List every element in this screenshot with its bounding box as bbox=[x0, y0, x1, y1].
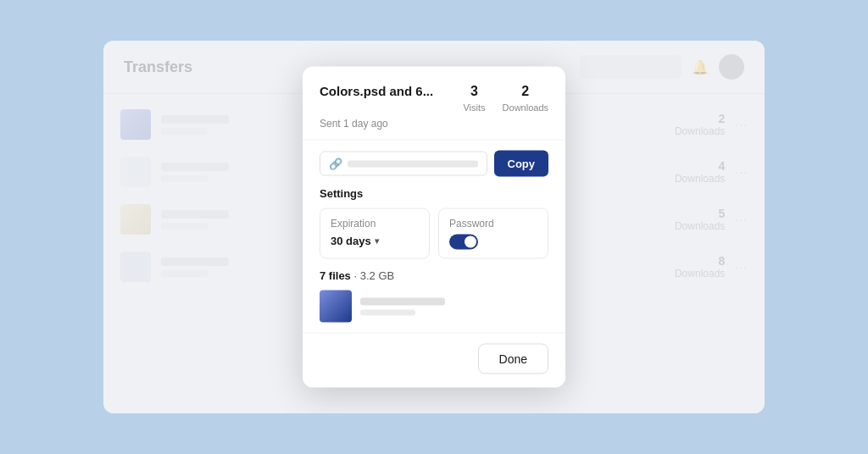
file-name-line bbox=[360, 297, 445, 305]
password-toggle[interactable] bbox=[449, 235, 478, 250]
settings-cards: Expiration 30 days ▾ Password bbox=[320, 208, 548, 259]
done-button[interactable]: Done bbox=[478, 344, 548, 374]
expiration-card[interactable]: Expiration 30 days ▾ bbox=[320, 208, 430, 259]
visits-count: 3 bbox=[463, 84, 485, 99]
chevron-down-icon: ▾ bbox=[375, 236, 379, 246]
modal-header: Colors.psd and 6... 3 Visits 2 Downloads… bbox=[303, 67, 565, 141]
expiration-value[interactable]: 30 days ▾ bbox=[331, 235, 419, 247]
file-item bbox=[320, 291, 548, 323]
files-section: 7 files · 3.2 GB bbox=[303, 269, 565, 333]
toggle-knob bbox=[465, 236, 476, 248]
files-size-separator: · bbox=[353, 269, 359, 282]
sent-time: Sent 1 day ago bbox=[320, 118, 548, 130]
file-size-line bbox=[360, 309, 415, 315]
downloads-count: 2 bbox=[503, 84, 548, 99]
link-input-wrap[interactable]: 🔗 bbox=[320, 152, 487, 176]
background-panel: Transfers 🔔 2 Downloads ··· bbox=[103, 41, 765, 413]
settings-title: Settings bbox=[320, 187, 548, 200]
password-card[interactable]: Password bbox=[438, 208, 548, 259]
modal-dialog: Colors.psd and 6... 3 Visits 2 Downloads… bbox=[303, 67, 565, 388]
password-label: Password bbox=[449, 218, 537, 230]
visits-stat: 3 Visits bbox=[463, 84, 485, 114]
file-info-lines bbox=[360, 297, 548, 315]
files-summary: 7 files · 3.2 GB bbox=[320, 269, 548, 282]
link-icon: 🔗 bbox=[329, 158, 342, 170]
expiration-label: Expiration bbox=[331, 218, 419, 230]
modal-stats: 3 Visits 2 Downloads bbox=[463, 84, 548, 114]
settings-section: Settings Expiration 30 days ▾ Password bbox=[303, 187, 565, 269]
visits-label: Visits bbox=[463, 102, 485, 113]
copy-button[interactable]: Copy bbox=[494, 151, 549, 177]
downloads-stat: 2 Downloads bbox=[503, 84, 548, 114]
downloads-label: Downloads bbox=[503, 102, 548, 113]
modal-footer: Done bbox=[303, 333, 565, 388]
link-row: 🔗 Copy bbox=[303, 141, 565, 187]
file-thumbnail bbox=[320, 291, 352, 323]
password-row bbox=[449, 235, 537, 250]
link-value bbox=[348, 160, 478, 167]
modal-title-row: Colors.psd and 6... 3 Visits 2 Downloads bbox=[320, 84, 548, 114]
modal-transfer-name: Colors.psd and 6... bbox=[320, 84, 433, 98]
